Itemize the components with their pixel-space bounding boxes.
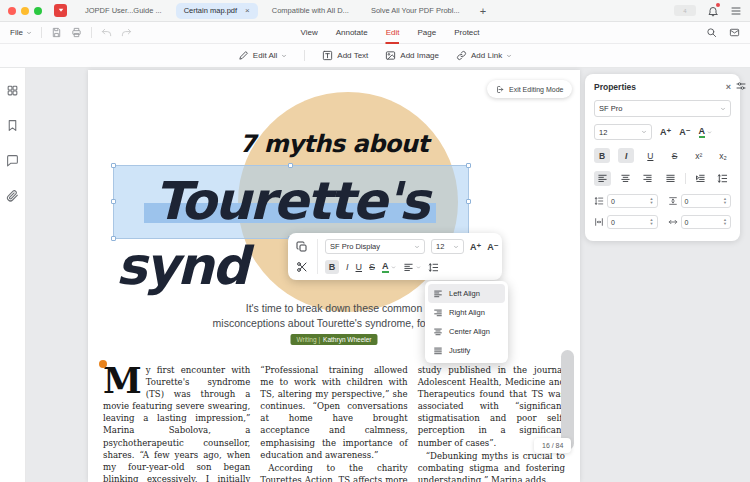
horizontal-scale-stepper[interactable]: 0▲▼ xyxy=(668,215,732,229)
heading-line-1[interactable]: 7 myths about xyxy=(88,130,580,158)
strikethrough-button[interactable]: S xyxy=(667,148,683,163)
indent-decrease-button[interactable] xyxy=(692,171,709,186)
tab-solve[interactable]: Solve All Your PDF Probl... xyxy=(363,3,468,19)
exit-editing-mode-button[interactable]: Exit Editing Mode xyxy=(487,80,572,98)
menu-label: Annotate xyxy=(336,28,368,37)
line-spacing-stepper[interactable]: 0▲▼ xyxy=(594,194,658,208)
titlebar-badge[interactable]: 4 xyxy=(674,5,696,16)
font-color-button[interactable]: A xyxy=(699,127,713,138)
hamburger-menu-icon[interactable] xyxy=(730,5,742,17)
spinner-value[interactable]: 0 xyxy=(611,198,615,205)
comment-icon[interactable] xyxy=(6,154,19,167)
menu-item-left-align[interactable]: Left Align xyxy=(428,284,505,303)
spinner-value[interactable]: 0 xyxy=(685,198,689,205)
file-menu-button[interactable]: File xyxy=(10,28,32,37)
paperclip-icon[interactable] xyxy=(6,189,19,202)
decrease-font-button[interactable]: A⁻ xyxy=(679,127,690,137)
menu-item-page[interactable]: Page xyxy=(418,22,437,44)
menu-item-center-align[interactable]: Center Align xyxy=(428,322,505,341)
search-icon[interactable] xyxy=(706,27,717,38)
tab-certain-map[interactable]: Certain map.pdf × xyxy=(176,3,258,19)
align-left-button[interactable] xyxy=(594,171,611,186)
selection-handle[interactable] xyxy=(466,163,471,168)
font-size-select[interactable]: 12 xyxy=(431,239,464,254)
tab-jopdf-user-guide[interactable]: JOPDF User...Guide ... xyxy=(77,3,170,19)
selection-handle[interactable] xyxy=(111,163,116,168)
redo-icon[interactable] xyxy=(121,27,132,38)
add-text-button[interactable]: Add Text xyxy=(322,50,368,61)
close-icon[interactable]: × xyxy=(726,82,731,92)
text-selection-box[interactable]: Tourette's xyxy=(113,165,469,239)
heading-line-2[interactable]: Tourette's xyxy=(114,166,468,236)
italic-button[interactable]: I xyxy=(346,262,349,272)
bold-button[interactable]: B xyxy=(325,260,339,274)
align-right-button[interactable] xyxy=(639,171,656,186)
subscript-button[interactable]: x₂ xyxy=(715,148,731,163)
font-family-select[interactable]: SF Pro Display xyxy=(325,239,425,254)
menu-item-view[interactable]: View xyxy=(300,22,317,44)
font-color-button[interactable]: A xyxy=(382,262,396,273)
minimize-window-button[interactable] xyxy=(21,7,29,15)
tab-close-icon[interactable]: × xyxy=(245,6,250,15)
orange-dot xyxy=(99,360,107,368)
bookmark-icon[interactable] xyxy=(6,119,19,132)
properties-font-select[interactable]: SF Pro xyxy=(594,100,731,117)
line-spacing-icon[interactable] xyxy=(428,262,439,273)
add-image-button[interactable]: Add Image xyxy=(385,50,439,61)
superscript-button[interactable]: x² xyxy=(691,148,707,163)
italic-button[interactable]: I xyxy=(618,148,634,163)
add-link-button[interactable]: Add Link xyxy=(456,50,512,61)
menu-item-annotate[interactable]: Annotate xyxy=(336,22,368,44)
copy-icon[interactable] xyxy=(296,241,308,253)
align-justify-button[interactable] xyxy=(662,171,679,186)
properties-size-select[interactable]: 12 xyxy=(594,124,652,140)
spinner-arrows[interactable]: ▲▼ xyxy=(650,218,654,226)
thumbnails-grid-icon[interactable] xyxy=(6,84,19,97)
new-tab-button[interactable]: + xyxy=(474,5,492,17)
character-spacing-stepper[interactable]: 0▲▼ xyxy=(594,215,658,229)
undo-icon[interactable] xyxy=(101,27,112,38)
selection-handle[interactable] xyxy=(111,199,116,204)
menu-item-edit[interactable]: Edit xyxy=(386,22,400,44)
menu-item-right-align[interactable]: Right Align xyxy=(428,303,505,322)
save-icon[interactable] xyxy=(51,27,62,38)
chevron-down-icon xyxy=(641,129,647,135)
alignment-button[interactable] xyxy=(403,262,421,273)
spinner-arrows[interactable]: ▲▼ xyxy=(723,197,727,205)
increase-font-button[interactable]: A⁺ xyxy=(660,127,671,137)
spinner-value[interactable]: 0 xyxy=(685,219,689,226)
mail-icon[interactable] xyxy=(729,27,740,38)
edit-all-button[interactable]: Edit All xyxy=(238,50,287,61)
tab-compatible[interactable]: Compatible with All D... xyxy=(264,3,357,19)
menu-item-protect[interactable]: Protect xyxy=(454,22,479,44)
increase-font-button[interactable]: A⁺ xyxy=(470,242,481,252)
app-logo xyxy=(54,4,67,17)
selection-handle[interactable] xyxy=(466,199,471,204)
menu-item-justify[interactable]: Justify xyxy=(428,341,505,360)
chevron-down-icon xyxy=(506,53,512,59)
spinner-value[interactable]: 0 xyxy=(611,219,615,226)
tab-label: Certain map.pdf xyxy=(184,6,237,15)
spinner-arrows[interactable]: ▲▼ xyxy=(650,197,654,205)
print-icon[interactable] xyxy=(71,27,82,38)
paragraph-spacing-stepper[interactable]: 0▲▼ xyxy=(668,194,732,208)
scissors-icon[interactable] xyxy=(296,261,308,273)
underline-button[interactable]: U xyxy=(356,262,363,272)
panel-toggle-button[interactable] xyxy=(735,80,747,92)
align-center-button[interactable] xyxy=(617,171,634,186)
decrease-font-button[interactable]: A⁻ xyxy=(487,242,498,252)
underline-button[interactable]: U xyxy=(642,148,658,163)
notifications-button[interactable] xyxy=(707,5,719,17)
strikethrough-button[interactable]: S xyxy=(369,262,375,272)
paragraph-spacing-icon xyxy=(668,196,678,206)
close-window-button[interactable] xyxy=(8,7,16,15)
selection-handle[interactable] xyxy=(288,163,293,168)
image-icon xyxy=(385,50,396,61)
heading-line-3[interactable]: synd xyxy=(116,236,247,296)
bold-button[interactable]: B xyxy=(594,148,610,163)
maximize-window-button[interactable] xyxy=(34,7,42,15)
spinner-arrows[interactable]: ▲▼ xyxy=(723,218,727,226)
scrollbar-thumb[interactable] xyxy=(561,350,574,450)
indent-increase-button[interactable] xyxy=(714,171,731,186)
page-indicator[interactable]: 16 / 84 xyxy=(534,438,571,453)
